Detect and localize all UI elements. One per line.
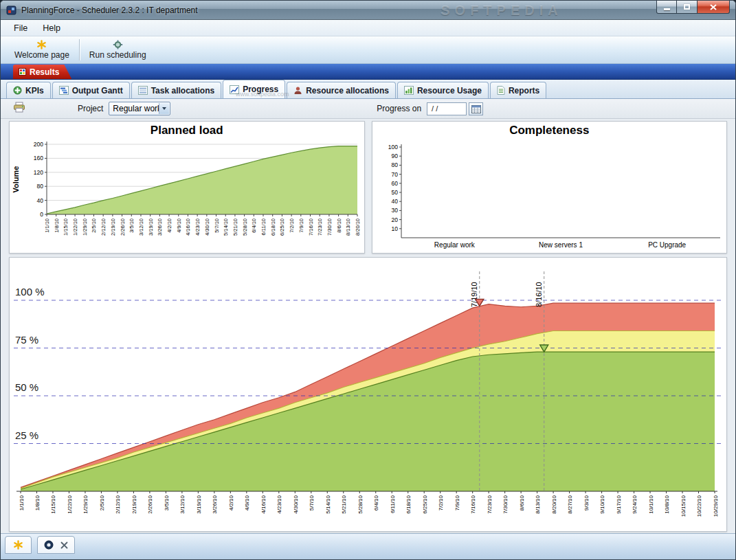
svg-text:2/5/10: 2/5/10 <box>91 219 97 233</box>
run-scheduling-button[interactable]: Run scheduling <box>81 36 155 63</box>
combo-arrow-button[interactable] <box>159 103 169 114</box>
app-window: PlanningForce - Scheduler 2.3.2 : IT dep… <box>0 0 736 560</box>
svg-text:8/27/10: 8/27/10 <box>567 495 573 513</box>
project-select-value: Regular work <box>113 104 159 113</box>
svg-text:75 %: 75 % <box>15 334 38 346</box>
svg-text:Volume: Volume <box>12 166 20 193</box>
task-allocations-icon <box>138 86 148 95</box>
softpedia-watermark: SOFTPEDIA <box>441 3 562 19</box>
tab-kpis[interactable]: KPIs <box>6 82 51 98</box>
svg-text:4/2/10: 4/2/10 <box>228 495 234 511</box>
tab-task-allocations[interactable]: Task allocations <box>131 82 221 98</box>
tab-resource-usage-label: Resource Usage <box>417 86 482 96</box>
menu-help[interactable]: Help <box>35 21 68 35</box>
maximize-icon <box>684 4 690 10</box>
gear-icon <box>113 40 123 49</box>
svg-text:4/30/10: 4/30/10 <box>293 495 299 513</box>
tab-resource-allocations-label: Resource allocations <box>306 86 389 96</box>
svg-text:4/30/10: 4/30/10 <box>204 219 210 236</box>
toolbar-separator <box>79 39 80 60</box>
app-icon <box>6 5 17 16</box>
svg-text:2/12/10: 2/12/10 <box>115 495 121 513</box>
svg-text:40: 40 <box>37 197 44 204</box>
svg-text:2/12/10: 2/12/10 <box>100 219 107 236</box>
menu-bar: File Help <box>1 20 735 36</box>
welcome-page-label: Welcome page <box>14 50 69 60</box>
svg-text:5/28/10: 5/28/10 <box>242 219 248 236</box>
chevron-down-icon <box>162 107 166 110</box>
menu-file[interactable]: File <box>6 21 35 35</box>
svg-text:6/18/10: 6/18/10 <box>405 495 412 513</box>
svg-text:4/16/10: 4/16/10 <box>185 219 191 236</box>
tab-task-allocations-label: Task allocations <box>151 86 214 96</box>
bottom-tab-results[interactable] <box>37 536 75 554</box>
svg-text:5/21/10: 5/21/10 <box>341 495 347 513</box>
svg-text:7/9/10: 7/9/10 <box>298 219 304 233</box>
progress-on-label: Progress on <box>377 104 421 113</box>
svg-text:1/1/10: 1/1/10 <box>44 219 50 233</box>
svg-text:6/25/10: 6/25/10 <box>279 219 285 236</box>
tab-strip: KPIs Output Gantt Task allocations Progr… <box>1 80 735 99</box>
svg-text:120: 120 <box>34 169 43 176</box>
close-icon <box>710 4 717 10</box>
progress-on-date-input[interactable]: / / <box>427 102 467 115</box>
svg-text:7/23/10: 7/23/10 <box>487 495 493 513</box>
close-button[interactable] <box>698 1 730 14</box>
svg-text:1/15/10: 1/15/10 <box>63 219 69 236</box>
svg-text:7/30/10: 7/30/10 <box>326 219 333 236</box>
results-tab[interactable]: Results <box>13 65 71 79</box>
svg-text:Regular work: Regular work <box>434 241 475 249</box>
svg-text:3/5/10: 3/5/10 <box>129 219 135 233</box>
planned-load-panel: Planned load 040801201602001/1/101/8/101… <box>9 121 365 254</box>
record-icon <box>44 540 54 550</box>
svg-text:5/7/10: 5/7/10 <box>214 219 220 233</box>
tab-reports[interactable]: Reports <box>490 82 546 98</box>
svg-text:9/3/10: 9/3/10 <box>583 495 590 511</box>
maximize-button[interactable] <box>677 1 698 14</box>
svg-text:5/14/10: 5/14/10 <box>223 219 229 236</box>
minimize-button[interactable] <box>656 1 677 14</box>
svg-text:2/26/10: 2/26/10 <box>147 495 153 513</box>
svg-text:10/22/10: 10/22/10 <box>696 495 702 517</box>
svg-text:1/15/10: 1/15/10 <box>50 495 56 513</box>
svg-text:8/20/10: 8/20/10 <box>355 219 361 236</box>
svg-text:100 %: 100 % <box>15 286 45 298</box>
asterisk-icon <box>13 540 23 550</box>
asterisk-icon <box>36 40 47 49</box>
resource-usage-icon <box>404 86 414 95</box>
svg-text:7/23/10: 7/23/10 <box>317 219 323 236</box>
svg-text:1/8/10: 1/8/10 <box>34 495 41 511</box>
svg-text:160: 160 <box>34 155 43 161</box>
svg-text:3/26/10: 3/26/10 <box>212 495 218 513</box>
filter-row: Project Regular work Progress on / / <box>1 99 735 119</box>
svg-text:8/13/10: 8/13/10 <box>535 495 541 513</box>
svg-text:5/14/10: 5/14/10 <box>325 495 331 513</box>
svg-text:20: 20 <box>391 216 398 223</box>
svg-text:7/2/10: 7/2/10 <box>289 219 295 233</box>
softpedia-url-watermark: www.softpedia.com <box>236 91 289 98</box>
window-title: PlanningForce - Scheduler 2.3.2 : IT dep… <box>21 5 198 15</box>
print-button[interactable] <box>13 102 25 115</box>
svg-text:7/16/10: 7/16/10 <box>308 219 314 236</box>
svg-text:1/29/10: 1/29/10 <box>82 219 88 236</box>
tab-resource-usage[interactable]: Resource Usage <box>397 82 489 98</box>
svg-text:50 %: 50 % <box>15 381 38 393</box>
calendar-button[interactable] <box>469 102 483 115</box>
tab-resource-allocations[interactable]: Resource allocations <box>287 82 396 98</box>
progress-on-date-value: / / <box>432 104 438 113</box>
resource-allocations-icon <box>293 86 302 95</box>
svg-text:50: 50 <box>391 189 398 196</box>
welcome-page-button[interactable]: Welcome page <box>6 36 78 63</box>
tab-kpis-label: KPIs <box>25 86 44 96</box>
project-select[interactable]: Regular work <box>109 102 170 115</box>
svg-text:2/5/10: 2/5/10 <box>99 495 105 511</box>
bottom-tab-welcome[interactable] <box>5 536 32 554</box>
main-toolbar: Welcome page Run scheduling <box>1 36 735 64</box>
svg-text:60: 60 <box>391 180 398 187</box>
svg-text:25 %: 25 % <box>15 429 38 441</box>
svg-text:100: 100 <box>388 144 397 150</box>
results-banner: Results <box>1 64 735 80</box>
tab-output-gantt[interactable]: Output Gantt <box>52 82 130 98</box>
svg-text:7/2/10: 7/2/10 <box>438 495 444 511</box>
close-tab-icon[interactable] <box>60 541 68 549</box>
